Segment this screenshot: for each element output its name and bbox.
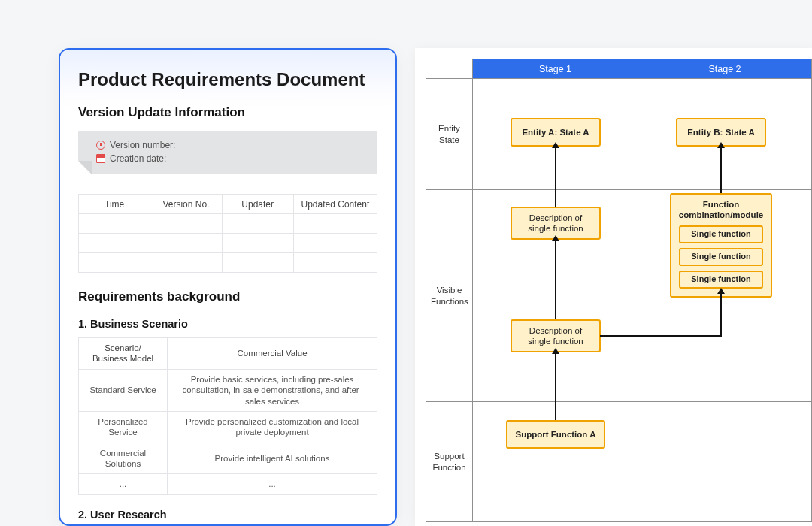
arrow-up — [555, 147, 556, 208]
stage-1-header: Stage 1 — [473, 59, 638, 79]
arrow-up — [720, 147, 722, 193]
table-row: ... ... — [79, 474, 377, 494]
row-visible-functions: Visible Functions — [426, 190, 473, 402]
lane-visible-stage1: Description of single function Descripti… — [473, 190, 638, 402]
connector-line — [638, 335, 722, 337]
col-time: Time — [79, 195, 150, 214]
lane-visible-stage2: Function combination/module Single funct… — [638, 190, 812, 402]
stage-2-header: Stage 2 — [638, 59, 812, 79]
heading-user-research: 2. User Research — [78, 509, 377, 521]
table-row: Commercial Solutions Provide intelligent… — [79, 443, 377, 474]
scenario-table: Scenario/ Business Model Commercial Valu… — [78, 337, 377, 495]
table-row — [79, 214, 377, 234]
lane-support-stage1: Support Function A — [473, 402, 638, 522]
table-row — [79, 234, 377, 253]
clock-icon — [96, 141, 105, 150]
support-function-a: Support Function A — [506, 420, 605, 449]
table-row — [79, 253, 377, 273]
row-entity-state: Entity State — [426, 79, 473, 190]
module-item: Single function — [679, 271, 763, 289]
module-title: Function combination/module — [679, 199, 763, 221]
swimlane-table: Stage 1 Stage 2 Entity State Entity A: S… — [426, 59, 812, 522]
function-module: Function combination/module Single funct… — [670, 193, 772, 298]
table-row: Personalized Service Provide personalize… — [79, 411, 377, 443]
prd-document-card: Product Requirements Document Version Up… — [59, 48, 397, 526]
module-item: Single function — [679, 225, 763, 243]
table-row: Standard Service Provide basic services,… — [79, 369, 377, 411]
row-support-function: Support Function — [426, 402, 473, 522]
arrow-up — [555, 240, 556, 319]
version-number-label: Version number: — [110, 138, 175, 152]
version-meta-box: Version number: Creation date: — [78, 131, 377, 174]
col-updater: Updater — [222, 195, 293, 214]
creation-date-label: Creation date: — [110, 152, 166, 165]
doc-title: Product Requirements Document — [78, 69, 377, 90]
corner-cell — [426, 59, 473, 79]
col-scenario: Scenario/ Business Model — [79, 338, 168, 370]
col-updated-content: Updated Content — [293, 195, 377, 214]
heading-business-scenario: 1. Business Scenario — [78, 318, 377, 330]
calendar-icon — [96, 154, 105, 163]
module-item: Single function — [679, 248, 763, 266]
dogear-corner — [78, 161, 92, 174]
arrow-up — [720, 292, 722, 336]
col-commercial-value: Commercial Value — [168, 338, 377, 370]
version-history-table: Time Version No. Updater Updated Content — [78, 194, 377, 273]
col-version-no: Version No. — [150, 195, 222, 214]
section-version-info: Version Update Information — [78, 105, 377, 120]
section-requirements-background: Requirements background — [78, 289, 377, 304]
lane-entity-stage2: Entity B: State A — [638, 79, 812, 190]
process-diagram-card: Stage 1 Stage 2 Entity State Entity A: S… — [415, 48, 812, 526]
lane-support-stage2 — [638, 402, 812, 522]
